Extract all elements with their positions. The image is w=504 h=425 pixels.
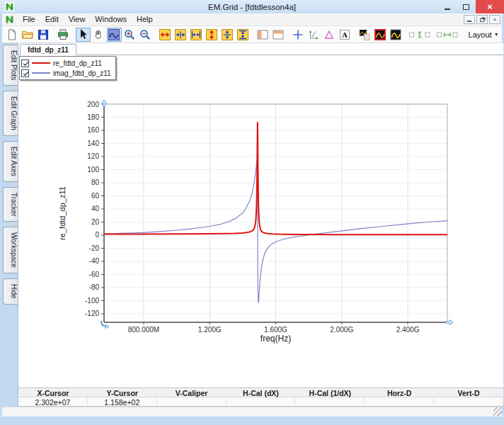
svg-text:-120: -120 <box>85 310 99 317</box>
svg-text:freq(Hz): freq(Hz) <box>260 334 291 344</box>
sidebar-tab-workspace[interactable]: Workspace <box>3 227 18 273</box>
svg-text:800.000M: 800.000M <box>128 326 159 334</box>
svg-text:200: 200 <box>87 101 99 108</box>
delta-marker-button[interactable] <box>322 28 337 42</box>
plot-style-selected-button[interactable] <box>373 28 388 42</box>
svg-text:-100: -100 <box>85 297 99 305</box>
svg-text:-20: -20 <box>89 244 100 252</box>
mdi-close-button[interactable]: × <box>489 15 500 24</box>
split-horizontal-button[interactable] <box>271 28 286 42</box>
window-bottom-border <box>0 416 504 425</box>
zoom-in-button[interactable] <box>122 28 137 42</box>
axes-tool-button[interactable] <box>307 28 321 42</box>
svg-text:1.200G: 1.200G <box>198 326 222 334</box>
cursor-col-h-cal-1-dx-: H-Cal (1/dX) <box>295 388 365 397</box>
cursor-col-h-cal-dx-: H-Cal (dX) <box>227 388 296 397</box>
plot-canvas[interactable]: re_fdtd_dp_z11imag_fdtd_dp_z11 200180160… <box>18 55 503 387</box>
svg-text:-60: -60 <box>89 271 100 278</box>
navigate-plot-button[interactable] <box>107 28 122 42</box>
print-button[interactable] <box>56 28 71 42</box>
close-button[interactable]: × <box>476 0 504 13</box>
maximize-button[interactable] <box>457 0 476 13</box>
scale-x-compress-button[interactable] <box>189 28 204 42</box>
sidebar-tab-hide[interactable]: Hide <box>3 278 18 305</box>
text-annotation-button[interactable]: A <box>338 28 353 42</box>
cursor-col-vert-d: Vert-D <box>434 388 503 397</box>
zoom-out-button[interactable] <box>138 28 153 42</box>
menu-view[interactable]: View <box>64 14 91 25</box>
sidebar-tab-edit-axes[interactable]: Edit Axes <box>3 141 18 182</box>
window-title: EM.Grid - [fdtdlesson4a] <box>0 3 504 11</box>
tab-fdtd-dp-z11[interactable]: fdtd_dp_z11 <box>20 44 76 55</box>
legend-checkbox-imag-fdtd-dp-z11[interactable] <box>21 69 29 77</box>
plot-style-button[interactable] <box>389 28 403 42</box>
resize-grip[interactable] <box>493 407 502 416</box>
copy-plot-button[interactable] <box>357 28 372 42</box>
dropdown-caret-icon: ▼ <box>494 32 499 37</box>
scale-y-expand-button[interactable] <box>220 28 235 42</box>
new-document-button[interactable] <box>5 28 20 42</box>
scale-y-compress-button[interactable] <box>236 28 251 42</box>
pan-hand-button[interactable] <box>91 28 106 42</box>
sidebar-tab-edit-graph[interactable]: Edit Graph <box>3 91 18 136</box>
app-logo-icon <box>5 2 14 11</box>
cursor-col-v-caliper: V-Caliper <box>157 388 227 397</box>
title-bar: EM.Grid - [fdtdlesson4a] × <box>0 0 504 13</box>
cursor-value-h-cal-1-dx- <box>295 397 365 407</box>
svg-text:100: 100 <box>87 166 99 174</box>
sidebar-tab-strip: Edit PlotsEdit GraphEdit AxesTrackerWork… <box>0 43 18 407</box>
menu-file[interactable]: File <box>18 14 40 25</box>
cursor-readout-table: X-CursorY-CursorV-CaliperH-Cal (dX)H-Cal… <box>18 387 503 407</box>
svg-text:re_fdtd_dp_z11: re_fdtd_dp_z11 <box>58 186 67 240</box>
sidebar-tab-edit-plots[interactable]: Edit Plots <box>3 45 18 86</box>
cursor-value-h-cal-dx- <box>227 397 296 407</box>
y-axis-resize-handle <box>102 100 107 106</box>
cursor-col-y-cursor: Y-Cursor <box>88 388 157 397</box>
legend-item: imag_fdtd_dp_z11 <box>21 68 111 78</box>
split-vertical-button[interactable] <box>256 28 270 42</box>
svg-text:60: 60 <box>91 192 100 200</box>
cursor-col-x-cursor: X-Cursor <box>18 388 88 397</box>
mdi-restore-button[interactable] <box>476 15 488 24</box>
chart[interactable]: 200180160140120100806040200-20-40-60-80-… <box>18 55 503 387</box>
svg-text:140: 140 <box>87 140 99 147</box>
v-caliper-toggle-button[interactable] <box>408 28 431 42</box>
svg-text:A: A <box>342 30 348 39</box>
corner-resize-handle <box>105 324 109 329</box>
scale-x-expand-button[interactable] <box>173 28 188 42</box>
legend-line-sample <box>32 62 50 64</box>
cursor-value-vert-d <box>434 397 503 407</box>
open-file-button[interactable] <box>21 28 35 42</box>
document-area: fdtd_dp_z11 re_fdtd_dp_z11imag_fdtd_dp_z… <box>18 43 504 407</box>
cursor-value-horz-d <box>365 397 434 407</box>
status-bar <box>2 407 502 416</box>
save-button[interactable] <box>36 28 51 42</box>
layout-dropdown-button[interactable]: Layout▼ <box>464 28 502 42</box>
svg-text:0: 0 <box>95 231 99 239</box>
legend-label: re_fdtd_dp_z11 <box>53 60 102 67</box>
cursor-col-horz-d: Horz-D <box>365 388 434 397</box>
menu-windows[interactable]: Windows <box>90 14 132 25</box>
menu-edit[interactable]: Edit <box>40 14 64 25</box>
svg-text:80: 80 <box>91 178 100 186</box>
mdi-minimize-button[interactable] <box>464 15 475 24</box>
svg-text:160: 160 <box>87 126 99 134</box>
cursor-value-x-cursor: 2.302e+07 <box>18 397 88 407</box>
menu-help[interactable]: Help <box>132 14 158 25</box>
svg-text:2.400G: 2.400G <box>396 326 420 334</box>
toolbar: ALayout▼ <box>2 26 502 43</box>
plot-legend: re_fdtd_dp_z11imag_fdtd_dp_z11 <box>19 56 116 80</box>
svg-text:120: 120 <box>87 152 99 160</box>
select-arrow-button[interactable] <box>76 28 91 42</box>
scale-x-full-button[interactable] <box>158 28 173 42</box>
svg-text:2.000G: 2.000G <box>330 326 353 334</box>
legend-item: re_fdtd_dp_z11 <box>21 58 111 68</box>
add-marker-button[interactable] <box>291 28 306 42</box>
h-caliper-toggle-button[interactable] <box>436 28 459 42</box>
svg-text:-80: -80 <box>89 283 100 291</box>
minimize-button[interactable] <box>437 0 457 13</box>
legend-checkbox-re-fdtd-dp-z11[interactable] <box>21 60 29 67</box>
layout-label: Layout <box>469 30 492 39</box>
sidebar-tab-tracker[interactable]: Tracker <box>3 187 18 222</box>
scale-y-full-button[interactable] <box>205 28 219 42</box>
